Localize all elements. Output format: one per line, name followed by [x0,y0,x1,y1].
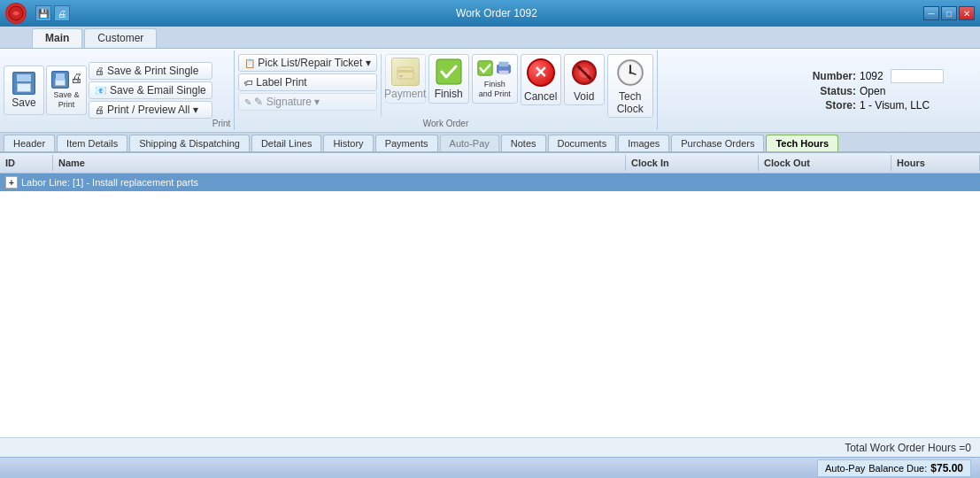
floppy-label [17,83,31,92]
quick-print-icon[interactable]: 🖨 [54,5,70,21]
tab-detail-lines[interactable]: Detail Lines [251,135,321,151]
quick-access-toolbar: 💾 🖨 [35,5,70,21]
tab-auto-pay[interactable]: Auto-Pay [440,135,499,151]
tab-header[interactable]: Header [4,135,55,151]
printer-icon-xs: 🖨 [95,66,104,76]
tab-customer[interactable]: Customer [84,28,157,48]
auto-pay-label: Auto-Pay [825,463,865,474]
cancel-button[interactable]: ✕ Cancel [521,54,561,105]
finish-button[interactable]: Finish [428,54,469,104]
save-button[interactable]: Save [4,66,44,115]
ribbon-workorder-inner: 📋 Pick List/Repair Ticket ▾ 🏷 Label Prin… [238,52,652,118]
total-label: Total Work Order Hours =0 [845,442,971,454]
ribbon-wo-small-btns: 📋 Pick List/Repair Ticket ▾ 🏷 Label Prin… [238,52,376,118]
number-label: Number: [812,70,856,82]
table-area: ID Name Clock In Clock Out Hours + Labor… [0,153,980,457]
tab-purchase-orders[interactable]: Purchase Orders [671,135,764,151]
ribbon: Save 🖨 Save &Print 🖨 Sa [0,49,980,133]
floppy-icon-2 [51,71,69,89]
cancel-icon: ✕ [525,57,557,89]
finish-print-button[interactable]: Finishand Print [472,54,518,104]
email-icon: 📧 [95,85,107,96]
info-store-row: Store: 1 - Visum, LLC [812,99,971,112]
window-title: Work Order 1092 [70,7,923,19]
table-header: ID Name Clock In Clock Out Hours [0,153,980,173]
svg-point-18 [629,72,631,74]
svg-rect-8 [499,71,509,75]
tab-documents[interactable]: Documents [548,135,617,151]
info-status-row: Status: Open [812,85,971,97]
number-input[interactable] [891,69,944,83]
app-logo [5,3,27,24]
save-email-single-button[interactable]: 📧 Save & Email Single [89,81,212,99]
number-value: 1092 [860,70,884,82]
svg-rect-4 [436,59,461,84]
ribbon-wo-large-btns: Payment Finish [385,52,653,118]
print-preview-button[interactable]: 🖨 Print / Preview All ▾ [89,101,212,119]
col-id: ID [0,155,53,171]
label-print-button[interactable]: 🏷 Label Print [238,73,376,91]
floppy-label-2 [55,79,66,86]
ribbon-small-btns: 🖨 Save & Print Single 📧 Save & Email Sin… [89,62,212,119]
tech-clock-button[interactable]: Tech Clock [607,54,653,118]
maximize-button[interactable]: □ [941,6,957,20]
tab-tech-hours[interactable]: Tech Hours [766,135,838,151]
tab-payments[interactable]: Payments [375,135,438,151]
balance-value: $75.00 [930,462,963,474]
payment-button[interactable]: Payment [385,54,426,104]
tab-images[interactable]: Images [618,135,669,151]
expand-button[interactable]: + [5,176,18,189]
col-clock-in: Clock In [626,155,759,171]
svg-rect-3 [399,75,403,77]
status-value: Open [860,85,885,97]
col-hours: Hours [891,155,980,171]
signature-icon: ✎ [244,97,251,107]
save-print-single-button[interactable]: 🖨 Save & Print Single [89,62,212,80]
label-icon: 🏷 [244,78,253,88]
group-label: Labor Line: [1] - Install replacement pa… [21,177,198,188]
col-clock-out: Clock Out [759,155,891,171]
title-bar-left: 💾 🖨 [5,3,70,24]
tab-shipping[interactable]: Shipping & Dispatching [129,135,250,151]
balance-area: Auto-Pay Balance Due: $75.00 [817,459,971,477]
ribbon-workorder-group: 📋 Pick List/Repair Ticket ▾ 🏷 Label Prin… [235,50,657,130]
pick-list-icon: 📋 [244,58,255,68]
table-row[interactable]: + Labor Line: [1] - Install replacement … [0,173,980,191]
tab-history[interactable]: History [323,135,373,151]
signature-button[interactable]: ✎ ✎ Signature ▾ [238,93,376,111]
close-button[interactable]: ✕ [959,6,975,20]
finish-print-icon [476,58,513,78]
ribbon-save-inner: Save 🖨 Save &Print 🖨 Sa [4,52,212,128]
balance-due-label: Balance Due: [868,463,927,474]
top-tab-bar: Main Customer [0,27,980,49]
quick-save-icon[interactable]: 💾 [35,5,51,21]
row-group-inner: + Labor Line: [1] - Install replacement … [5,176,198,189]
payment-icon [391,58,420,86]
svg-rect-1 [397,67,413,79]
content-tab-bar: Header Item Details Shipping & Dispatchi… [0,133,980,153]
preview-icon: 🖨 [95,104,104,115]
printer-icon-sm: 🖨 [70,71,82,89]
pick-list-button[interactable]: 📋 Pick List/Repair Ticket ▾ [238,54,376,72]
info-panel: Number: 1092 Status: Open Store: 1 - Vis… [803,50,980,130]
ribbon-print-label: Print [212,118,231,128]
tab-notes[interactable]: Notes [501,135,546,151]
save-print-button[interactable]: 🖨 Save &Print [46,66,87,115]
clock-icon [614,57,646,89]
window-controls: ─ □ ✕ [923,6,975,20]
svg-rect-7 [499,62,509,66]
main-container: Main Customer Save [0,27,980,478]
ribbon-save-group: Save 🖨 Save &Print 🖨 Sa [0,50,235,130]
void-button[interactable]: Void [564,54,605,105]
status-label: Status: [812,85,856,97]
ribbon-sep [381,54,382,116]
table-body: + Labor Line: [1] - Install replacement … [0,173,980,437]
total-bar: Total Work Order Hours =0 [0,437,980,457]
col-name: Name [53,155,626,171]
tab-item-details[interactable]: Item Details [57,135,127,151]
save-print-icon: 🖨 [51,71,82,89]
tab-main[interactable]: Main [32,28,82,48]
finish-icon [435,58,463,86]
minimize-button[interactable]: ─ [923,6,939,20]
store-label: Store: [812,99,856,112]
